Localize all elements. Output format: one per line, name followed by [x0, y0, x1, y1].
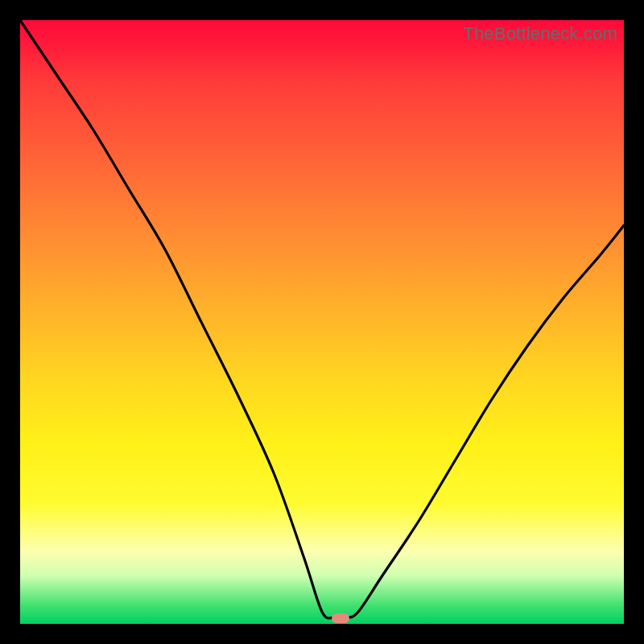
plot-area: TheBottleneck.com: [20, 20, 624, 624]
optimum-marker: [332, 613, 349, 623]
curve-path: [20, 20, 624, 618]
watermark-text: TheBottleneck.com: [463, 23, 617, 44]
chart-frame: TheBottleneck.com: [0, 0, 644, 644]
bottleneck-curve: [20, 20, 624, 624]
